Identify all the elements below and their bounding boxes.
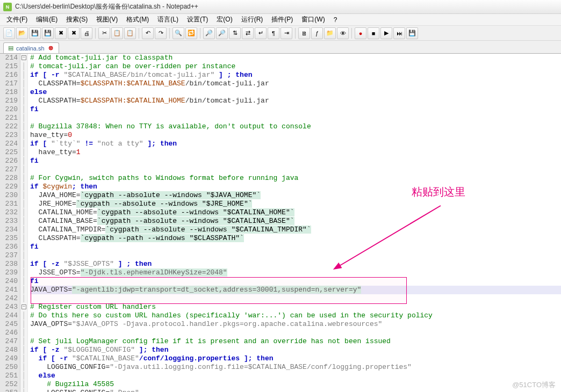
folder-button[interactable]: 📁 [324,27,336,39]
save-button[interactable]: 💾 [29,27,41,39]
code-editor[interactable]: 2142152162172182192202212222232242252262… [0,54,561,392]
app-icon: N [3,3,12,11]
toolbar-separator [351,28,352,39]
copy-button[interactable]: 📋 [111,27,123,39]
toolbar-separator [295,28,296,39]
undo-button[interactable]: ↶ [142,27,154,39]
tab-catalina[interactable]: ▤ catalina.sh ⊗ [3,42,59,53]
save-macro-button[interactable]: 💾 [406,27,418,39]
indent-button[interactable]: ⇥ [280,27,292,39]
monitor-button[interactable]: 👁 [337,27,349,39]
allchars-button[interactable]: ¶ [268,27,279,39]
code-area[interactable]: # Add tomcat-juli.jar to classpath# tomc… [28,54,561,392]
toolbar: 📄 📂 💾 💾 ✖ ✖ 🖨 ✂ 📋 📋 ↶ ↷ 🔍 🔁 🔎 🔎 ⇅ ⇄ ↵ ¶ … [0,26,561,41]
toolbar-separator [95,28,96,39]
func-list-button[interactable]: ƒ [311,27,323,39]
menu-plugins[interactable]: 插件(P) [267,14,297,25]
sync-h-button[interactable]: ⇄ [242,27,254,39]
open-file-button[interactable]: 📂 [16,27,28,39]
menu-settings[interactable]: 设置(T) [183,14,212,25]
toolbar-separator [139,28,139,39]
tab-label: catalina.sh [16,45,45,52]
menu-run[interactable]: 运行(R) [237,14,268,25]
file-icon: ▤ [8,45,13,52]
play-multi-button[interactable]: ⏭ [393,27,405,39]
watermark: @51CTO博客 [512,380,556,390]
paste-button[interactable]: 📋 [124,27,136,39]
record-macro-button[interactable]: ● [355,27,366,39]
sync-v-button[interactable]: ⇅ [229,27,241,39]
toolbar-separator [169,28,170,39]
menu-format[interactable]: 格式(M) [122,14,153,25]
doc-map-button[interactable]: 🗎 [298,27,310,39]
fold-column[interactable]: −││││││││││││││││││││││││││││−││││││││││ [20,54,28,392]
menu-window[interactable]: 窗口(W) [297,14,329,25]
menu-view[interactable]: 视图(V) [92,14,122,25]
menu-bar: 文件(F) 编辑(E) 搜索(S) 视图(V) 格式(M) 语言(L) 设置(T… [0,14,561,26]
new-file-button[interactable]: 📄 [3,27,15,39]
modified-indicator: ⊗ [48,45,53,52]
save-all-button[interactable]: 💾 [42,27,54,39]
zoom-out-button[interactable]: 🔎 [216,27,228,39]
print-button[interactable]: 🖨 [81,27,92,39]
find-button[interactable]: 🔍 [172,27,184,39]
title-bar: N C:\Users\del-berlin\Desktop\服务端备份\cata… [0,0,561,14]
menu-search[interactable]: 搜索(S) [62,14,92,25]
stop-macro-button[interactable]: ■ [368,27,379,39]
redo-button[interactable]: ↷ [155,27,167,39]
menu-macro[interactable]: 宏(O) [212,14,236,25]
play-macro-button[interactable]: ▶ [380,27,392,39]
line-number-gutter: 2142152162172182192202212222232242252262… [0,54,20,392]
close-button[interactable]: ✖ [55,27,67,39]
window-title: C:\Users\del-berlin\Desktop\服务端备份\catali… [15,2,198,11]
replace-button[interactable]: 🔁 [185,27,197,39]
close-all-button[interactable]: ✖ [68,27,80,39]
menu-help[interactable]: ? [329,15,342,25]
menu-file[interactable]: 文件(F) [2,14,32,25]
tab-bar: ▤ catalina.sh ⊗ [0,41,561,54]
toolbar-separator [200,28,200,39]
wordwrap-button[interactable]: ↵ [255,27,267,39]
zoom-in-button[interactable]: 🔎 [203,27,215,39]
menu-edit[interactable]: 编辑(E) [32,14,62,25]
cut-button[interactable]: ✂ [98,27,110,39]
menu-language[interactable]: 语言(L) [153,14,183,25]
